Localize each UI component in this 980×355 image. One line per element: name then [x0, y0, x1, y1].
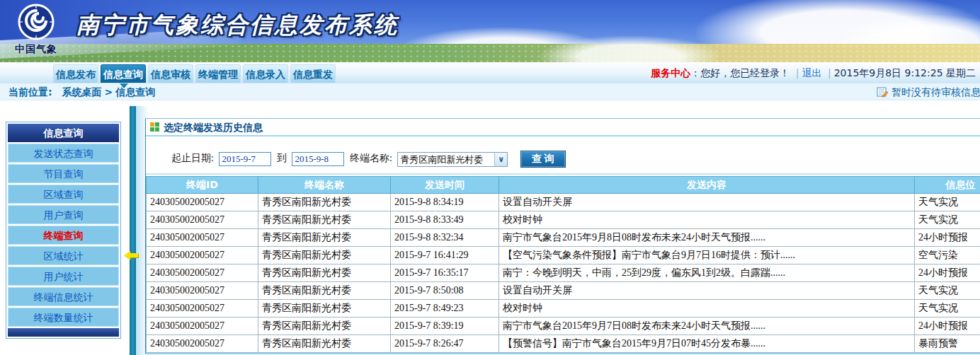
cell-terminal-name: 青秀区南阳新光村委	[258, 318, 391, 335]
sidebar-item-terminal-count-stats[interactable]: 终端数量统计	[8, 308, 119, 327]
sidebar-item-area-query[interactable]: 区域查询	[8, 185, 119, 204]
cell-send-time: 2015-9-8 8:34:19	[391, 194, 499, 211]
col-header-terminal-id: 终端ID	[147, 177, 258, 194]
content-area: 信息查询 发送状态查询 节目查询 区域查询 用户查询 终端查询 区域统计 用户统…	[0, 100, 980, 355]
cell-send-content: 校对时钟	[499, 300, 915, 318]
service-center-label: 服务中心	[651, 67, 690, 78]
cell-terminal-name: 青秀区南阳新光村委	[258, 247, 391, 264]
session-info: 服务中心：您好，您已经登录！ |退出 |2015年9月8日 9:12:25 星期…	[651, 62, 976, 83]
cell-send-content: 【预警信号】南宁市气象台2015年9月7日07时45分发布暴......	[499, 335, 915, 353]
cell-terminal-id: 240305002005027	[147, 229, 258, 247]
terminal-name-label: 终端名称:	[350, 153, 392, 163]
sidebar-footer-bar	[8, 328, 119, 337]
cell-send-time: 2015-9-8 8:33:49	[391, 211, 499, 229]
terminal-select[interactable]: 青秀区南阳新光村委 ∨	[397, 152, 508, 167]
cell-terminal-id: 240305002005027	[147, 300, 258, 318]
breadcrumb-current-link[interactable]: 信息查询	[115, 86, 155, 98]
panel-title-row: 选定终端发送历史信息	[146, 119, 980, 136]
col-header-send-time: 发送时间	[391, 177, 499, 194]
breadcrumb: 当前位置:系统桌面>信息查询	[8, 83, 155, 100]
to-label: 到	[277, 153, 287, 163]
table-header-row: 终端ID 终端名称 发送时间 发送内容 信息位	[147, 177, 980, 194]
table-row: 240305002005027 青秀区南阳新光村委 2015-9-7 8:39:…	[147, 318, 980, 335]
history-panel: 选定终端发送历史信息 起止日期: 到 终端名称: 青秀区南阳新光村委 ∨ 查 询…	[145, 118, 980, 354]
cell-terminal-name: 青秀区南阳新光村委	[258, 211, 391, 229]
cma-logo: 中国气象	[11, 2, 61, 60]
col-header-send-content: 发送内容	[499, 177, 915, 194]
start-date-input[interactable]	[219, 152, 271, 166]
sidebar-item-program-query[interactable]: 节目查询	[8, 164, 119, 183]
sidebar-item-user-query[interactable]: 用户查询	[8, 205, 119, 224]
audit-notice: 暂时没有待审核信息	[877, 83, 980, 100]
table-row: 240305002005027 青秀区南阳新光村委 2015-9-7 16:41…	[147, 247, 980, 264]
chevron-down-icon[interactable]: ∨	[494, 153, 507, 166]
date-range-label: 起止日期:	[171, 153, 214, 163]
table-body: 240305002005027 青秀区南阳新光村委 2015-9-8 8:34:…	[147, 194, 980, 353]
table-row: 240305002005027 青秀区南阳新光村委 2015-9-7 8:26:…	[147, 335, 980, 353]
end-date-input[interactable]	[292, 152, 344, 166]
cell-send-content: 设置自动开关屏	[499, 282, 915, 300]
tab-info-publish[interactable]: 信息发布	[53, 64, 98, 83]
sidebar-splitter[interactable]	[130, 106, 136, 355]
cell-send-time: 2015-9-7 16:35:17	[391, 264, 499, 282]
cell-terminal-id: 240305002005027	[147, 194, 258, 211]
cell-terminal-name: 青秀区南阳新光村委	[258, 300, 391, 318]
cell-info-category: 空气污染	[915, 247, 980, 264]
modules-icon	[150, 122, 159, 132]
cell-info-category: 24小时预报	[915, 264, 980, 282]
cell-terminal-name: 青秀区南阳新光村委	[258, 229, 391, 247]
sidebar-header: 信息查询	[8, 124, 119, 142]
query-button[interactable]: 查 询	[520, 151, 566, 168]
cell-send-time: 2015-9-8 8:32:34	[391, 229, 499, 247]
sidebar-item-area-stats[interactable]: 区域统计	[8, 246, 119, 265]
cell-send-content: 南宁市气象台2015年9月7日08时发布未来24小时天气预报......	[499, 318, 915, 335]
tab-terminal-management[interactable]: 终端管理	[195, 64, 241, 83]
tab-info-resend[interactable]: 信息重发	[290, 64, 336, 83]
history-table: 终端ID 终端名称 发送时间 发送内容 信息位 240305002005027 …	[146, 176, 980, 353]
current-datetime: 2015年9月8日 9:12:25 星期二	[834, 67, 976, 78]
cell-send-time: 2015-9-7 8:49:23	[391, 300, 499, 318]
cell-send-content: 南宁：今晚到明天，中雨，25到29度，偏东风1到2级。白露踹......	[499, 264, 915, 282]
logout-link[interactable]: 退出	[802, 67, 822, 78]
sidebar: 信息查询 发送状态查询 节目查询 区域查询 用户查询 终端查询 区域统计 用户统…	[6, 122, 121, 339]
cell-terminal-id: 240305002005027	[147, 282, 258, 300]
tab-info-audit[interactable]: 信息审核	[148, 64, 193, 83]
col-header-terminal-name: 终端名称	[258, 177, 391, 194]
separator: |	[825, 67, 834, 78]
login-greeting: ：您好，您已经登录！	[690, 67, 790, 78]
query-form: 起止日期: 到 终端名称: 青秀区南阳新光村委 ∨ 查 询	[146, 136, 980, 175]
breadcrumb-label: 当前位置:	[8, 86, 52, 98]
cell-terminal-name: 青秀区南阳新光村委	[258, 194, 391, 211]
note-pencil-icon	[877, 86, 888, 98]
cell-info-category: 天气实况	[915, 211, 980, 229]
cell-send-content: 南宁市气象台2015年9月8日08时发布未来24小时天气预报......	[499, 229, 915, 247]
table-row: 240305002005027 青秀区南阳新光村委 2015-9-8 8:32:…	[147, 229, 980, 247]
cell-info-category: 天气实况	[915, 194, 980, 211]
nav-tabs: 信息发布 信息查询 信息审核 终端管理 信息录入 信息重发	[53, 64, 338, 83]
cell-terminal-name: 青秀区南阳新光村委	[258, 264, 391, 282]
cell-send-time: 2015-9-7 8:26:47	[391, 335, 499, 353]
cell-terminal-id: 240305002005027	[147, 335, 258, 353]
breadcrumb-bar: 当前位置:系统桌面>信息查询 暂时没有待审核信息	[0, 83, 980, 100]
cell-send-time: 2015-9-7 8:50:08	[391, 282, 499, 300]
cell-info-category: 暴雨预警	[915, 335, 980, 353]
cell-send-time: 2015-9-7 8:39:19	[391, 318, 499, 335]
terminal-select-value: 青秀区南阳新光村委	[398, 153, 491, 166]
sidebar-item-terminal-query[interactable]: 终端查询	[8, 226, 119, 245]
tab-info-entry[interactable]: 信息录入	[243, 64, 288, 83]
sidebar-item-user-stats[interactable]: 用户统计	[8, 267, 119, 286]
sidebar-item-terminal-info-stats[interactable]: 终端信息统计	[8, 287, 119, 306]
table-row: 240305002005027 青秀区南阳新光村委 2015-9-7 8:50:…	[147, 282, 980, 300]
table-row: 240305002005027 青秀区南阳新光村委 2015-9-8 8:34:…	[147, 194, 980, 211]
cell-send-time: 2015-9-7 16:41:29	[391, 247, 499, 264]
tab-info-query[interactable]: 信息查询	[101, 64, 146, 83]
breadcrumb-home-link[interactable]: 系统桌面	[62, 86, 102, 98]
collapse-sidebar-arrow-icon[interactable]	[124, 251, 139, 260]
breadcrumb-separator: >	[102, 86, 116, 98]
cell-send-content: 校对时钟	[499, 211, 915, 229]
audit-notice-text: 暂时没有待审核信息	[891, 86, 980, 98]
sidebar-item-send-status-query[interactable]: 发送状态查询	[8, 144, 119, 163]
cell-info-category: 天气实况	[915, 300, 980, 318]
app-root: { "banner": { "logo_caption": "中国气象", "t…	[0, 0, 980, 355]
app-title: 南宁市气象综合信息发布系统	[76, 10, 399, 41]
